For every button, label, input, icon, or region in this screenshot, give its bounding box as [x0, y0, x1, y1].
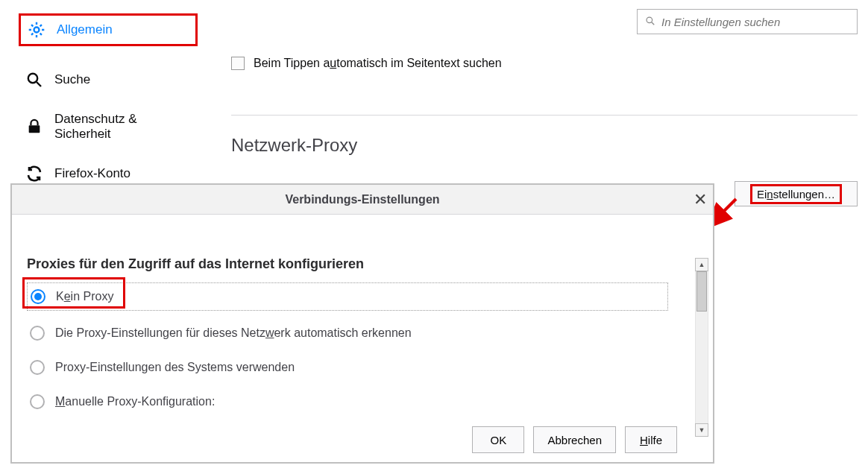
sidebar-item-general[interactable]: Allgemein [19, 13, 198, 46]
cancel-button[interactable]: Abbrechen [533, 426, 616, 453]
dialog-button-row: OK Abbrechen Hilfe [472, 426, 677, 453]
sidebar: Allgemein Suche Datenschutz & Sicherheit… [19, 13, 198, 201]
scroll-track[interactable] [695, 271, 708, 423]
svg-rect-3 [29, 125, 40, 133]
radio-auto-detect[interactable]: Die Proxy-Einstellungen für dieses Netzw… [27, 321, 668, 345]
sidebar-item-label: Datenschutz & Sicherheit [54, 112, 137, 142]
checkbox-icon [231, 57, 245, 70]
radio-manual-proxy[interactable]: Manuelle Proxy-Konfiguration: [27, 390, 668, 414]
svg-line-5 [652, 22, 655, 25]
svg-point-1 [28, 74, 37, 83]
radio-label: Manuelle Proxy-Konfiguration: [55, 395, 215, 408]
search-input[interactable]: In Einstellungen suchen [637, 9, 858, 34]
dialog-titlebar: Verbindungs-Einstellungen ✕ [12, 185, 713, 215]
sidebar-item-label: Firefox-Konto [54, 166, 130, 181]
radio-system-proxy[interactable]: Proxy-Einstellungen des Systems verwende… [27, 356, 668, 379]
close-icon: ✕ [694, 190, 707, 209]
section-title: Netzwerk-Proxy [231, 135, 858, 156]
ok-button[interactable]: OK [472, 426, 524, 453]
search-placeholder: In Einstellungen suchen [661, 16, 780, 28]
main-content: Beim Tippen automatisch im Seitentext su… [231, 57, 858, 156]
sidebar-item-privacy[interactable]: Datenschutz & Sicherheit [19, 107, 198, 146]
radio-no-proxy[interactable]: Kein Proxy [27, 282, 668, 311]
scrollbar[interactable]: ▲ ▼ [695, 258, 710, 437]
sidebar-item-search[interactable]: Suche [19, 66, 198, 94]
lock-icon [25, 117, 44, 136]
sidebar-item-label: Suche [54, 72, 90, 87]
checkbox-label: Beim Tippen automatisch im Seitentext su… [254, 57, 502, 70]
scroll-thumb[interactable] [696, 271, 707, 312]
svg-point-4 [647, 17, 652, 23]
search-icon [645, 16, 655, 28]
divider [231, 115, 858, 116]
settings-button-label: Einstellungen… [750, 184, 842, 204]
dialog-heading: Proxies für den Zugriff auf das Internet… [27, 256, 668, 272]
svg-point-0 [34, 28, 40, 33]
radio-label: Kein Proxy [56, 290, 113, 303]
search-icon [25, 70, 44, 89]
dialog-content: Proxies für den Zugriff auf das Internet… [27, 256, 668, 417]
sync-icon [25, 164, 44, 183]
gear-icon [27, 20, 46, 40]
svg-line-2 [37, 82, 41, 86]
dialog-title-text: Verbindungs-Einstellungen [285, 193, 439, 206]
radio-label: Die Proxy-Einstellungen für dieses Netzw… [55, 326, 412, 340]
dialog-body: Proxies für den Zugriff auf das Internet… [12, 215, 713, 464]
scroll-down-icon[interactable]: ▼ [695, 423, 708, 437]
radio-icon [30, 326, 45, 341]
help-button[interactable]: Hilfe [625, 426, 677, 453]
connection-settings-dialog: Verbindungs-Einstellungen ✕ Proxies für … [10, 183, 714, 464]
radio-label: Proxy-Einstellungen des Systems verwende… [55, 361, 295, 374]
radio-icon [31, 289, 45, 304]
radio-icon [30, 360, 45, 375]
close-button[interactable]: ✕ [694, 192, 707, 208]
checkbox-search-while-typing[interactable]: Beim Tippen automatisch im Seitentext su… [231, 57, 858, 70]
radio-icon [30, 394, 45, 409]
settings-button[interactable]: Einstellungen… [735, 181, 858, 206]
scroll-up-icon[interactable]: ▲ [695, 258, 708, 271]
sidebar-item-label: Allgemein [57, 22, 113, 37]
